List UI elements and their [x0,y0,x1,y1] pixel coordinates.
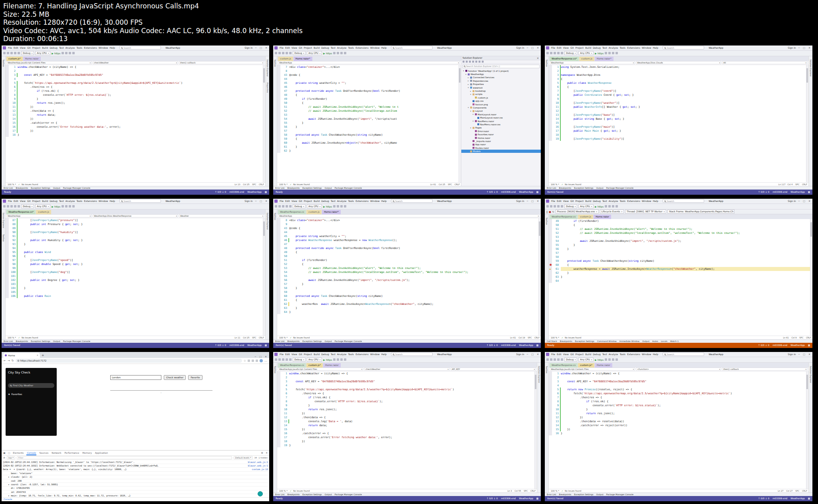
toolbar-icon[interactable] [554,358,556,361]
menu-edit[interactable]: Edit [284,353,291,356]
breakpoint-margin[interactable] [549,403,552,407]
panel-tab-output[interactable]: Output [53,187,60,189]
panel-tab-autos[interactable]: Autos [652,340,658,342]
tree-item[interactable]: ▾Layout [461,109,541,113]
breakpoint-margin[interactable] [277,290,280,294]
zoom-dropdown[interactable]: 100 %▾ [278,336,288,339]
breakpoint-margin[interactable] [6,97,9,101]
notifications-icon[interactable] [536,344,538,346]
debug-dropdown[interactable]: Thread: [5980] .NET TP Worker▾ [625,210,666,213]
menu-view[interactable]: View [562,353,570,356]
breakpoint-margin[interactable] [549,415,552,419]
close-button[interactable]: ✕ [808,200,811,202]
toolbar-icon[interactable] [278,358,281,361]
breakpoint-margin[interactable] [549,227,552,231]
breakpoint-margin[interactable] [6,242,9,246]
menu-project[interactable]: Project [32,200,42,202]
sign-in-button[interactable]: Sign in [516,46,524,49]
address-bar[interactable]: https://localhost:7172 [16,359,242,363]
toolbar-icon[interactable] [561,52,563,54]
breakpoint-margin[interactable] [277,399,280,403]
toolbar-icon[interactable] [615,205,618,208]
panel-tab-error-list[interactable]: Error List [4,187,13,189]
sign-in-button[interactable]: Sign in [244,200,252,202]
tree-item[interactable]: Error.razor [461,130,541,133]
tree-item[interactable]: Models [461,150,541,153]
toolbar-icon[interactable] [286,205,288,208]
config-dropdown[interactable]: Debug▾ [564,51,577,55]
tab-WeatherResponse.cs[interactable]: WeatherResponse.cs* [6,210,36,214]
breakpoint-margin[interactable] [277,222,280,226]
breadcrumb-segment[interactable]: All▾ [722,61,808,64]
breakpoint-margin[interactable] [549,391,552,395]
toolbar-icon[interactable] [605,52,607,54]
panel-tab-exception-settings[interactable]: Exception Settings [31,340,50,342]
menu-help[interactable]: Help [380,46,387,49]
tab-Home.razor[interactable]: Home.razor [323,363,341,368]
menu-git[interactable]: Git [298,200,303,202]
panel-tab-package-manager-console[interactable]: Package Manager Console [63,187,90,189]
toolbar-icon[interactable] [608,205,611,208]
city-input[interactable]: London [110,375,161,380]
panel-tab-package-manager-console[interactable]: Package Manager Console [606,187,633,189]
toolbar-icon[interactable] [333,205,336,208]
toolbar-icon[interactable] [62,52,64,54]
breakpoint-margin[interactable] [549,85,552,89]
menu-analyze[interactable]: Analyze [336,46,347,49]
menu-window[interactable]: Window [98,46,109,49]
breakpoint-margin[interactable] [549,263,552,267]
refresh-icon[interactable]: ↻ [12,359,14,362]
breakpoint-margin[interactable] [6,73,9,77]
panel-tab-package-manager-console[interactable]: Package Manager Console [606,493,633,496]
run-button[interactable]: ▶https [52,52,60,55]
toolbar-icon[interactable] [605,358,607,361]
menu-file[interactable]: File [7,200,13,202]
menu-tools[interactable]: Tools [619,353,626,356]
panel-tab-error-list[interactable]: Error List [275,340,284,342]
sign-in-button[interactable]: Sign in [516,353,524,356]
panel-tab-exception-settings[interactable]: Exception Settings [575,340,594,342]
tree-item[interactable]: ▾Pages [461,126,541,129]
tab-custom.js[interactable]: custom.js [578,215,593,219]
breakpoint-margin[interactable] [277,129,280,133]
maximize-button[interactable]: □ [258,355,262,358]
breakpoint-margin[interactable] [549,73,552,77]
sign-in-button[interactable]: Sign in [788,200,796,202]
zoom-dropdown[interactable]: 100 %▾ [278,183,288,186]
more-menu-icon[interactable]: … [264,359,267,362]
panel-tab-exception-settings[interactable]: Exception Settings [302,340,322,342]
editor-scrollbar[interactable] [459,65,461,182]
close-button[interactable]: ✕ [536,353,540,356]
notifications-icon[interactable] [536,191,538,193]
search-box[interactable]: Search [391,199,433,203]
toolbar-icon[interactable] [612,205,614,208]
breakpoint-margin[interactable] [6,258,9,262]
panel-tab-breakpoints[interactable]: Breakpoints [287,340,300,342]
toolbar-icon[interactable] [3,205,6,208]
menu-help[interactable]: Help [109,46,116,49]
toolbar-icon[interactable] [10,205,13,208]
menu-analyze[interactable]: Analyze [608,353,619,356]
menu-project[interactable]: Project [303,353,313,356]
toolbar-icon[interactable] [278,52,281,54]
tab-WeatherResponse.cs[interactable]: WeatherResponse.cs [278,210,306,214]
menu-help[interactable]: Help [380,353,387,356]
breakpoint-margin[interactable] [549,117,552,121]
breadcrumb-segment[interactable]: WeatherApp.Dtos.Clouds▾ [636,61,721,64]
editor-scrollbar[interactable] [534,372,537,489]
breakpoint-margin[interactable] [277,218,280,222]
sign-in-button[interactable]: Sign in [516,200,524,202]
menu-test[interactable]: Test [330,46,336,49]
tool-window-tab[interactable]: Toolbox [274,59,276,67]
toolbar-icon[interactable] [333,358,336,361]
toolbar-icon[interactable] [344,52,346,54]
breakpoint-margin[interactable] [6,294,9,298]
menu-help[interactable]: Help [652,200,659,202]
notifications-icon[interactable] [265,344,267,346]
tool-window-tab[interactable]: Toolbox [546,59,548,67]
toolbar-icon[interactable] [337,52,339,54]
platform-dropdown[interactable]: Any CPU▾ [578,51,594,55]
breakpoint-margin[interactable] [277,250,280,254]
breakpoint-margin[interactable] [6,254,9,258]
tab-WeatherResponse.cs[interactable]: WeatherResponse.cs [278,363,306,368]
